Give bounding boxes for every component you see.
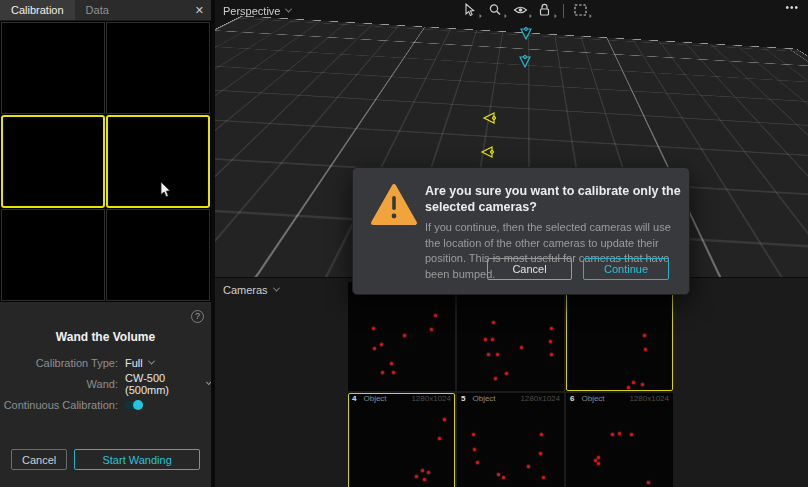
cancel-calibration-button[interactable]: Cancel bbox=[11, 449, 67, 470]
marker-dot bbox=[643, 334, 646, 337]
marker-dot bbox=[494, 377, 497, 380]
dialog-cancel-button[interactable]: Cancel bbox=[487, 258, 572, 280]
motive-app: Calibration Data ✕ ? Wand the Volume Cal… bbox=[0, 0, 808, 487]
camera-tile-label: 6Object1280x1024 bbox=[566, 393, 673, 404]
marker-dot bbox=[597, 462, 600, 465]
marker-dot bbox=[550, 353, 553, 356]
dialog-continue-button[interactable]: Continue bbox=[583, 258, 669, 280]
marker-dot bbox=[381, 371, 384, 374]
marker-dot bbox=[630, 433, 633, 436]
camera-3d-marker[interactable] bbox=[518, 26, 534, 46]
marker-dot bbox=[550, 327, 553, 330]
select-arrow-icon[interactable] bbox=[463, 3, 479, 18]
marker-dot bbox=[434, 314, 437, 317]
calibration-view-cell[interactable] bbox=[1, 115, 105, 207]
continuous-calibration-label: Continuous Calibration: bbox=[0, 399, 118, 411]
continuous-calibration-toggle[interactable] bbox=[125, 401, 142, 409]
marker-dot bbox=[484, 338, 487, 341]
marker-dot bbox=[372, 327, 375, 330]
marker-dot bbox=[380, 343, 383, 346]
tab-data[interactable]: Data bbox=[75, 0, 120, 20]
section-title: Wand the Volume bbox=[0, 330, 211, 344]
warning-icon bbox=[370, 183, 418, 227]
start-wanding-button[interactable]: Start Wanding bbox=[74, 449, 200, 470]
marker-dot bbox=[421, 469, 424, 472]
camera-tile-label: 4Object1280x1024 bbox=[348, 393, 455, 404]
rect-select-icon[interactable] bbox=[573, 3, 589, 18]
marker-dot bbox=[392, 371, 395, 374]
camera-tile[interactable] bbox=[566, 282, 673, 391]
marker-dot bbox=[373, 347, 376, 350]
camera-3d-marker[interactable] bbox=[693, 106, 709, 126]
calibration-pane: Calibration Data ✕ ? Wand the Volume Cal… bbox=[0, 0, 211, 487]
tab-calibration[interactable]: Calibration bbox=[0, 0, 75, 20]
mouse-cursor-icon bbox=[160, 182, 171, 198]
marker-dot bbox=[549, 340, 552, 343]
marker-dot bbox=[487, 353, 490, 356]
toggle-knob bbox=[133, 400, 143, 410]
marker-dot bbox=[644, 348, 647, 351]
calibration-view-cell[interactable] bbox=[106, 209, 210, 301]
marker-dot bbox=[492, 321, 495, 324]
marker-dot bbox=[423, 478, 426, 481]
camera-3d-marker[interactable] bbox=[517, 54, 533, 74]
marker-dot bbox=[390, 362, 393, 365]
marker-dot bbox=[641, 383, 644, 386]
marker-dot bbox=[472, 433, 475, 436]
chevron-down-icon bbox=[273, 284, 280, 291]
marker-dot bbox=[505, 372, 508, 375]
marker-dot bbox=[618, 432, 621, 435]
marker-dot bbox=[597, 456, 600, 459]
view-selector[interactable]: Perspective bbox=[223, 5, 291, 17]
marker-dot bbox=[497, 473, 500, 476]
camera-tile[interactable]: 4Object1280x1024 bbox=[348, 393, 455, 487]
marker-dot bbox=[415, 475, 418, 478]
wand-dropdown[interactable]: CW-500 (500mm) bbox=[125, 372, 211, 396]
calibration-view-cell[interactable] bbox=[106, 22, 210, 114]
camera-tile[interactable]: 6Object1280x1024 bbox=[566, 393, 673, 487]
viewport-toolbar bbox=[463, 3, 589, 18]
axis-y-label: Y bbox=[252, 217, 258, 226]
camera-tile[interactable] bbox=[457, 282, 564, 391]
camera-tile-label: 5Object1280x1024 bbox=[457, 393, 564, 404]
chevron-down-icon bbox=[285, 5, 292, 12]
marker-count: 0 Markers bbox=[701, 235, 795, 252]
toolbar-separator bbox=[563, 4, 564, 18]
lock-icon[interactable] bbox=[538, 3, 554, 18]
marker-dot bbox=[491, 338, 494, 341]
camera-name: Prime 13W #18885 bbox=[701, 218, 795, 235]
marker-dot bbox=[540, 433, 543, 436]
visibility-eye-icon[interactable] bbox=[513, 3, 529, 18]
dialog-title: Are you sure you want to calibrate only … bbox=[425, 183, 681, 216]
camera-3d-marker[interactable] bbox=[479, 144, 495, 164]
zoom-magnifier-icon[interactable] bbox=[488, 3, 504, 18]
confirm-dialog: Are you sure you want to calibrate only … bbox=[352, 167, 690, 295]
axis-z-label: Z bbox=[226, 232, 231, 241]
marker-dot bbox=[443, 418, 446, 421]
calibration-view-cell[interactable] bbox=[106, 115, 210, 207]
camera-tile[interactable]: 5Object1280x1024 bbox=[457, 393, 564, 487]
calibration-view-cell[interactable] bbox=[1, 209, 105, 301]
marker-dot bbox=[611, 433, 614, 436]
cameras-selector[interactable]: Cameras bbox=[223, 284, 279, 296]
chevron-down-icon bbox=[148, 357, 155, 364]
camera-tile[interactable] bbox=[348, 282, 455, 391]
selected-count: 0 Selected bbox=[701, 252, 795, 269]
marker-dot bbox=[473, 448, 476, 451]
selection-info: Prime 13W #18885 0 Markers 0 Selected bbox=[701, 218, 795, 269]
marker-dot bbox=[647, 481, 650, 484]
calibration-view-cell[interactable] bbox=[1, 22, 105, 114]
marker-dot bbox=[520, 346, 523, 349]
marker-dot bbox=[542, 476, 545, 479]
camera-3d-marker[interactable] bbox=[681, 141, 697, 161]
axis-x-label: X bbox=[244, 259, 250, 266]
camera-3d-marker[interactable] bbox=[481, 110, 497, 130]
marker-dot bbox=[430, 328, 433, 331]
calibration-camera-grid bbox=[0, 21, 211, 302]
close-icon[interactable]: ✕ bbox=[188, 4, 211, 17]
more-menu-icon[interactable]: ••• bbox=[785, 2, 799, 13]
help-icon[interactable]: ? bbox=[191, 310, 204, 323]
wand-section: ? Wand the Volume Calibration Type: Full… bbox=[0, 302, 211, 447]
axis-gizmo: Y Z X bbox=[225, 216, 271, 266]
calibration-type-dropdown[interactable]: Full bbox=[125, 357, 154, 369]
